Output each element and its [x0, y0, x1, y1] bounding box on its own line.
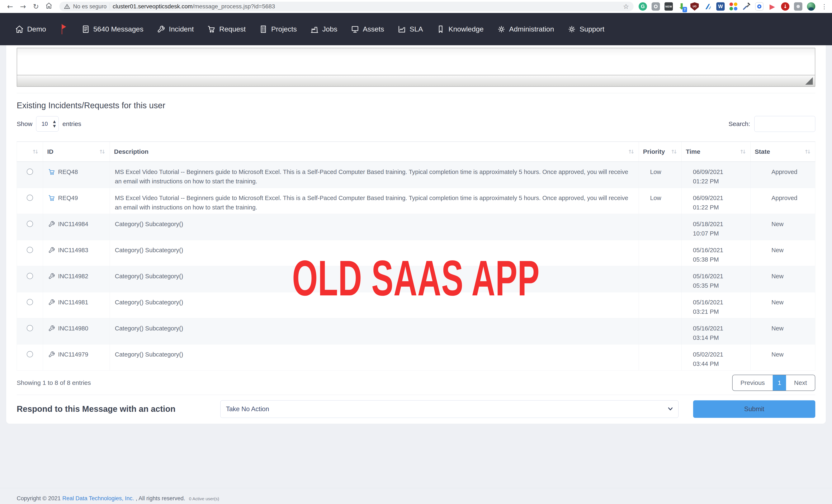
header-state[interactable]: State↑↓	[751, 142, 815, 162]
cart-icon	[207, 25, 216, 34]
table-row: INC114981 Category() Subcategory() 05/16…	[17, 292, 815, 318]
row-select-radio[interactable]	[27, 221, 33, 227]
content-card: Existing Incidents/Requests for this use…	[6, 45, 826, 424]
pen-extension-icon[interactable]	[703, 2, 712, 11]
wrench-icon	[48, 325, 56, 332]
wrench-icon	[48, 299, 56, 306]
puzzle-extensions-icon[interactable]	[794, 2, 802, 11]
wrench-icon	[48, 273, 56, 280]
reload-icon[interactable]: ↻	[30, 2, 41, 11]
gear-icon	[567, 25, 576, 34]
bookmark-icon	[436, 25, 445, 34]
header-id[interactable]: ID↑↓	[43, 142, 110, 162]
header-select[interactable]: ↑↓	[17, 142, 43, 162]
respond-divider	[17, 395, 815, 395]
nav-item-projects[interactable]: Projects	[259, 25, 297, 34]
next-page-button[interactable]: Next	[786, 375, 815, 391]
app-navbar: Demo 5640 Messages Incident Request Proj…	[0, 13, 832, 45]
gear-icon	[497, 25, 506, 34]
sort-icon: ↑↓	[628, 149, 634, 155]
table-row: INC114983 Category() Subcategory() 05/16…	[17, 240, 815, 266]
action-select[interactable]: Take No Action	[220, 400, 678, 418]
blue-o-extension-icon[interactable]	[755, 2, 763, 11]
nav-item-sla[interactable]: SLA	[397, 25, 423, 34]
row-select-radio[interactable]	[27, 247, 33, 253]
downloader-extension-icon[interactable]: ⬇?	[677, 2, 686, 11]
ublock-extension-icon[interactable]: UO	[691, 2, 699, 11]
back-icon[interactable]: ←	[5, 2, 16, 11]
header-description[interactable]: Description↑↓	[110, 142, 639, 162]
table-row: INC114979 Category() Subcategory() 05/02…	[17, 344, 815, 370]
nav-item-assets[interactable]: Assets	[350, 25, 384, 34]
header-priority[interactable]: Priority↑↓	[639, 142, 682, 162]
grammarly-extension-icon[interactable]: G	[639, 2, 647, 11]
table-footer: Showing 1 to 8 of 8 entries Previous 1 N…	[17, 375, 815, 391]
message-content-area[interactable]	[17, 48, 815, 75]
nav-item-request[interactable]: Request	[207, 25, 246, 34]
sort-icon: ↑↓	[804, 149, 811, 155]
row-select-radio[interactable]	[27, 195, 33, 201]
red-download-extension-icon[interactable]: ↓	[781, 2, 789, 11]
chart-icon	[397, 25, 406, 34]
pagination: Previous 1 Next	[732, 375, 815, 391]
row-select-radio[interactable]	[27, 325, 33, 331]
row-select-radio[interactable]	[27, 299, 33, 305]
camera-extension-icon[interactable]	[652, 2, 660, 11]
browser-toolbar: ← → ↻ No es seguro cluster01.serveoptics…	[0, 0, 832, 13]
incidents-table: ↑↓ ID↑↓ Description↑↓ Priority↑↓ Time↑↓ …	[17, 141, 815, 370]
show-label: Show	[17, 120, 32, 128]
nav-item-support[interactable]: Support	[567, 25, 604, 34]
page-footer: Copyright © 2021 Real Data Technologies,…	[0, 488, 832, 502]
home-icon[interactable]	[44, 2, 54, 11]
word-extension-icon[interactable]: W	[716, 2, 725, 11]
url-text[interactable]: cluster01.serveopticsdesk.com/message_pr…	[113, 3, 275, 10]
message-box-scrollbar[interactable]	[17, 75, 815, 86]
row-select-radio[interactable]	[27, 351, 33, 357]
row-select-radio[interactable]	[27, 273, 33, 279]
extensions-row: G NEW ⬇? UO W ▶ ↓ ⋮	[639, 2, 827, 11]
play-extension-icon[interactable]: ▶	[768, 2, 776, 11]
sort-icon: ↑↓	[99, 149, 105, 155]
message-content-box[interactable]	[17, 48, 815, 87]
nav-item-knowledge[interactable]: Knowledge	[436, 25, 484, 34]
row-select-radio[interactable]	[27, 169, 33, 175]
new-badge-extension-icon[interactable]: NEW	[665, 2, 673, 11]
building-icon	[259, 25, 268, 34]
bookmark-star-icon[interactable]: ☆	[623, 2, 629, 10]
browser-menu-icon[interactable]: ⋮	[821, 3, 827, 10]
header-time[interactable]: Time↑↓	[682, 142, 751, 162]
photos-extension-icon[interactable]	[729, 2, 737, 11]
cart-icon	[48, 194, 56, 202]
monitor-icon	[350, 25, 359, 34]
nav-item-demo[interactable]: Demo	[15, 25, 46, 34]
search-label: Search:	[729, 120, 750, 128]
home-nav-icon	[15, 25, 24, 34]
table-row: INC114984 Category() Subcategory() 05/18…	[17, 214, 815, 240]
nav-item-messages[interactable]: 5640 Messages	[81, 25, 144, 34]
sort-icon: ↑↓	[671, 149, 677, 155]
flag-indicator	[59, 23, 68, 35]
eyedropper-extension-icon[interactable]	[742, 2, 751, 11]
profile-avatar[interactable]	[807, 2, 815, 11]
wrench-icon	[48, 351, 56, 358]
wrench-icon	[48, 246, 56, 254]
security-label[interactable]: No es seguro	[73, 3, 107, 10]
previous-page-button[interactable]: Previous	[733, 375, 773, 391]
search-input[interactable]	[754, 116, 815, 132]
wrench-icon	[157, 25, 165, 34]
resize-handle[interactable]	[805, 77, 813, 85]
section-heading: Existing Incidents/Requests for this use…	[17, 101, 815, 110]
page-length-select[interactable]: 10	[36, 116, 59, 132]
nav-item-jobs[interactable]: Jobs	[310, 25, 337, 34]
table-header-row: ↑↓ ID↑↓ Description↑↓ Priority↑↓ Time↑↓ …	[17, 142, 815, 162]
nav-item-incident[interactable]: Incident	[157, 25, 194, 34]
forward-icon[interactable]: →	[18, 2, 28, 11]
copyright-suffix: , All rights reserved.	[136, 495, 185, 502]
page-1-button[interactable]: 1	[773, 375, 786, 391]
company-link[interactable]: Real Data Technologies, Inc.	[62, 495, 134, 502]
nav-item-administration[interactable]: Administration	[497, 25, 554, 34]
url-bar[interactable]: No es seguro cluster01.serveopticsdesk.c…	[59, 2, 633, 11]
red-flag-icon	[59, 23, 68, 35]
submit-button[interactable]: Submit	[693, 400, 815, 418]
active-users-count: 0 Active user(s)	[189, 496, 219, 501]
